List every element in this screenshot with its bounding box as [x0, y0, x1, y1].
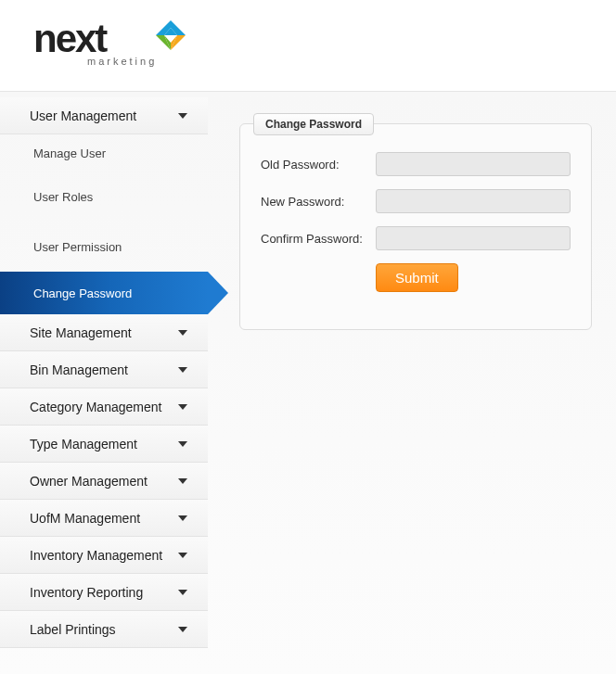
nav-section-site-management[interactable]: Site Management	[0, 314, 208, 351]
nav-section-label: Site Management	[30, 325, 132, 340]
nav-section-label: Label Printings	[30, 622, 116, 637]
chevron-down-icon	[178, 113, 187, 119]
main-content: Change Password Old Password: New Passwo…	[208, 92, 616, 674]
brand-logo: next marketing	[33, 17, 616, 70]
nav-section-inventory-management[interactable]: Inventory Management	[0, 537, 208, 574]
chevron-down-icon	[178, 404, 187, 410]
nav-section-owner-management[interactable]: Owner Management	[0, 463, 208, 500]
next-marketing-logo-icon: next marketing	[33, 17, 199, 70]
chevron-down-icon	[178, 515, 187, 521]
header: next marketing	[0, 0, 616, 91]
chevron-down-icon	[178, 627, 187, 632]
nav-section-label: Owner Management	[30, 474, 148, 489]
nav-section-label: Inventory Reporting	[30, 585, 143, 600]
form-row-new-password: New Password:	[261, 189, 571, 213]
nav-section-label-printings[interactable]: Label Printings	[0, 611, 208, 648]
chevron-down-icon	[178, 330, 187, 336]
svg-text:next: next	[33, 17, 108, 60]
nav-section-label: User Management	[30, 108, 136, 123]
change-password-panel: Change Password Old Password: New Passwo…	[239, 123, 592, 330]
old-password-label: Old Password:	[261, 158, 376, 172]
nav-section-label: UofM Management	[30, 511, 140, 526]
sidebar: User Management Manage User User Roles U…	[0, 92, 208, 674]
form-row-confirm-password: Confirm Password:	[261, 226, 571, 250]
sidebar-item-user-permission[interactable]: User Permission	[0, 222, 208, 272]
sidebar-item-label: User Permission	[33, 240, 122, 254]
nav-section-label: Bin Management	[30, 362, 128, 377]
sidebar-item-user-roles[interactable]: User Roles	[0, 172, 208, 222]
svg-text:marketing: marketing	[87, 56, 157, 67]
panel-title: Change Password	[253, 113, 374, 135]
nav-section-label: Category Management	[30, 400, 161, 414]
nav-section-uofm-management[interactable]: UofM Management	[0, 500, 208, 537]
chevron-down-icon	[178, 478, 187, 484]
confirm-password-input[interactable]	[376, 226, 571, 250]
chevron-down-icon	[178, 590, 187, 595]
chevron-down-icon	[178, 367, 187, 373]
nav-section-type-management[interactable]: Type Management	[0, 426, 208, 463]
sidebar-item-label: Change Password	[33, 286, 132, 300]
new-password-label: New Password:	[261, 195, 376, 209]
confirm-password-label: Confirm Password:	[261, 232, 376, 246]
nav-section-bin-management[interactable]: Bin Management	[0, 351, 208, 388]
chevron-down-icon	[178, 553, 187, 558]
nav-section-user-management[interactable]: User Management	[0, 97, 208, 134]
sidebar-item-change-password[interactable]: Change Password	[0, 272, 208, 314]
chevron-down-icon	[178, 441, 187, 447]
submit-button[interactable]: Submit	[376, 263, 458, 292]
nav-section-inventory-reporting[interactable]: Inventory Reporting	[0, 574, 208, 611]
sidebar-item-label: User Roles	[33, 190, 93, 204]
nav-section-category-management[interactable]: Category Management	[0, 388, 208, 426]
new-password-input[interactable]	[376, 189, 571, 213]
form-row-old-password: Old Password:	[261, 152, 571, 176]
sidebar-item-label: Manage User	[33, 146, 106, 160]
nav-section-label: Type Management	[30, 437, 137, 451]
nav-section-label: Inventory Management	[30, 548, 162, 563]
form-actions: Submit	[261, 263, 571, 292]
sidebar-item-manage-user[interactable]: Manage User	[0, 134, 208, 172]
old-password-input[interactable]	[376, 152, 571, 176]
